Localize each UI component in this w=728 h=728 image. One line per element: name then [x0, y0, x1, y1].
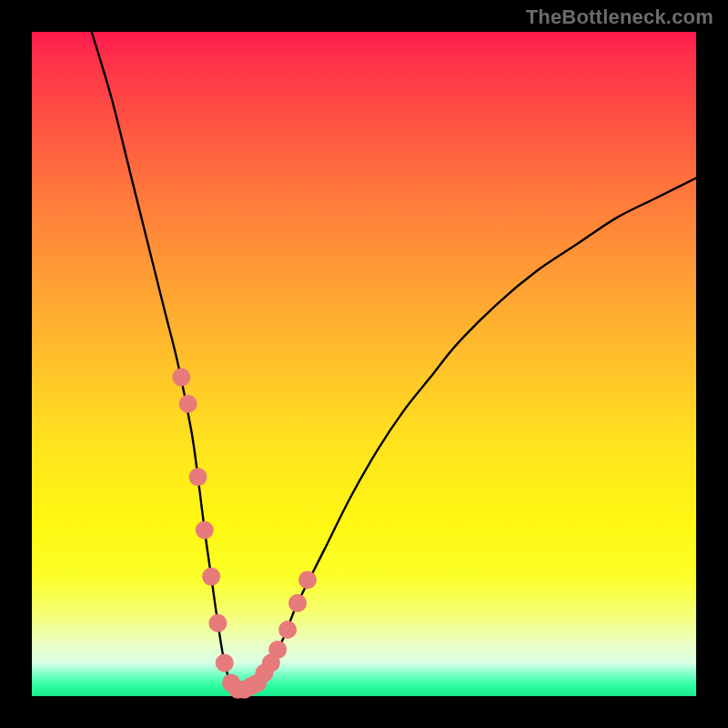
highlight-dot — [202, 568, 220, 586]
highlight-dot — [196, 521, 214, 540]
highlight-dot — [189, 468, 207, 486]
highlight-dot — [288, 594, 307, 612]
highlight-dots-left — [172, 369, 240, 693]
highlight-dot — [208, 614, 227, 632]
outer-frame: TheBottleneck.com — [0, 0, 728, 728]
highlight-dot — [172, 369, 190, 387]
highlight-dot — [179, 395, 197, 413]
watermark-text: TheBottleneck.com — [526, 5, 713, 29]
highlight-dot — [216, 654, 234, 672]
highlight-dot — [268, 641, 287, 659]
bottleneck-curve — [92, 32, 696, 691]
plot-area — [32, 32, 696, 696]
highlight-dot — [278, 621, 297, 639]
chart-svg — [32, 32, 696, 696]
highlight-dot — [298, 571, 317, 589]
